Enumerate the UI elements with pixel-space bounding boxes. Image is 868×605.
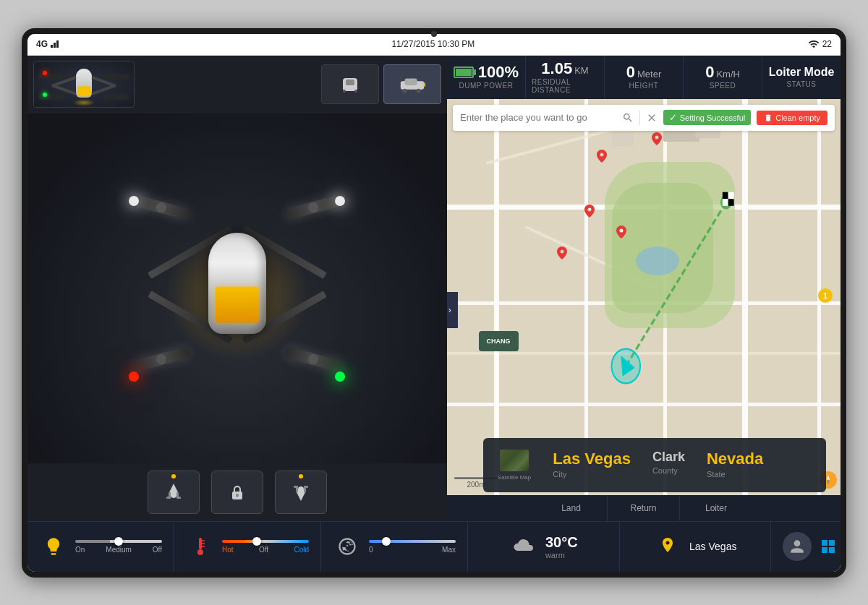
weather-info: 30°C warm xyxy=(545,534,578,559)
state-name: Nevada xyxy=(707,450,763,468)
fan-icon xyxy=(337,536,357,557)
map-search-input[interactable] xyxy=(460,112,616,123)
land-icon xyxy=(289,481,312,504)
marker1 xyxy=(597,150,607,166)
return-tab[interactable]: Return xyxy=(608,495,680,521)
height-row: 0 Meter xyxy=(626,64,661,80)
temp-off: Off xyxy=(259,546,268,554)
prop-front-left xyxy=(132,194,190,220)
speed-stat: 0 Km/H Speed xyxy=(684,56,762,99)
takeoff-icon xyxy=(162,481,185,504)
trash-icon xyxy=(764,113,773,122)
search-icon[interactable] xyxy=(622,112,634,124)
svg-rect-22 xyxy=(304,486,308,488)
map-area: CHANG xyxy=(447,99,841,521)
close-icon[interactable] xyxy=(646,112,658,124)
drone-controls xyxy=(27,463,447,521)
bar2 xyxy=(54,43,56,48)
temp-labels: Hot Off Cold xyxy=(222,546,309,554)
fan-btn[interactable] xyxy=(333,532,362,561)
drone-body-accent xyxy=(216,286,259,322)
fan-track[interactable] xyxy=(369,540,456,543)
front-view-icon xyxy=(336,74,365,95)
stats-bar: 100% Dump Power 1.05 KM Residual Distanc… xyxy=(447,56,841,99)
prop-back-right xyxy=(284,346,342,372)
brightness-track[interactable] xyxy=(75,540,162,543)
drone-main-view xyxy=(27,113,447,463)
land-btn[interactable] xyxy=(275,471,327,514)
temp-section: Hot Off Cold xyxy=(174,522,321,572)
svg-rect-5 xyxy=(405,78,417,85)
lock-btn[interactable] xyxy=(211,471,263,514)
view-buttons xyxy=(321,64,441,104)
scale-label: 200m xyxy=(467,481,485,489)
mode-stat: Loiter Mode Status xyxy=(762,56,841,99)
distance-stat: 1.05 KM Residual Distance xyxy=(526,56,605,99)
land-tab[interactable]: Land xyxy=(535,495,608,521)
satellite-label: Satellite Map xyxy=(498,474,531,481)
status-right: 22 xyxy=(808,38,832,50)
windows-section xyxy=(823,522,841,572)
car-side-icon xyxy=(398,75,427,94)
side-view-icon xyxy=(398,74,427,95)
mode-value: Loiter Mode xyxy=(769,66,835,79)
brightness-on: On xyxy=(75,546,85,554)
svg-marker-34 xyxy=(827,480,830,485)
fan-max: Max xyxy=(442,546,456,554)
takeoff-svg xyxy=(163,482,184,502)
lock-svg xyxy=(228,483,247,502)
clean-empty-btn[interactable]: Clean empty xyxy=(757,111,827,125)
light-btn[interactable] xyxy=(39,532,68,561)
temp-track[interactable] xyxy=(222,540,309,543)
svg-point-7 xyxy=(417,88,421,93)
fan-slider: 0 Max xyxy=(369,540,456,554)
height-unit: Meter xyxy=(637,69,661,80)
fan-labels: 0 Max xyxy=(369,546,456,554)
loiter-tab[interactable]: Loiter xyxy=(680,495,752,521)
road-h3 xyxy=(447,403,841,406)
brightness-off: Off xyxy=(153,546,162,554)
svg-rect-35 xyxy=(199,538,202,549)
svg-point-32 xyxy=(619,228,623,232)
temp-slider: Hot Off Cold xyxy=(222,540,309,554)
state-type: State xyxy=(707,470,763,479)
success-text: Setting Successful xyxy=(680,113,746,122)
speed-label: Speed xyxy=(710,82,736,90)
return-tab-label: Return xyxy=(630,503,656,513)
user-icon xyxy=(788,537,807,556)
brightness-thumb[interactable] xyxy=(114,537,123,546)
right-panel: 100% Dump Power 1.05 KM Residual Distanc… xyxy=(447,56,841,521)
marker3 xyxy=(584,205,595,220)
takeoff-btn[interactable] xyxy=(148,471,200,514)
svg-rect-13 xyxy=(176,497,181,499)
side-view-btn[interactable] xyxy=(383,64,441,104)
left-top xyxy=(27,56,447,113)
loiter-tab-label: Loiter xyxy=(705,503,727,513)
front-view-btn[interactable] xyxy=(321,64,379,104)
panel-toggle[interactable]: ‹ › xyxy=(447,292,458,328)
location-pin-btn[interactable] xyxy=(653,532,682,561)
tablet-camera xyxy=(431,31,437,37)
light-back-right xyxy=(335,372,345,382)
clean-label: Clean empty xyxy=(775,113,820,122)
win-quad-1 xyxy=(822,540,827,546)
datetime: 11/27/2015 10:30 PM xyxy=(391,39,475,49)
land-tab-label: Land xyxy=(561,503,581,513)
svg-point-36 xyxy=(197,549,203,555)
county-type: County xyxy=(652,466,685,475)
prop-front-right xyxy=(284,194,342,220)
sat-map-image xyxy=(500,450,529,471)
bottom-toolbar: On Medium Off xyxy=(27,521,841,572)
temp-thumb[interactable] xyxy=(252,537,261,546)
fan-thumb[interactable] xyxy=(382,537,391,546)
brightness-slider: On Medium Off xyxy=(75,540,162,554)
cloud-icon xyxy=(512,536,535,557)
user-avatar[interactable] xyxy=(783,532,812,561)
bar3 xyxy=(56,40,59,48)
setting-success: ✓ Setting Successful xyxy=(663,110,752,125)
svg-rect-1 xyxy=(346,80,354,85)
road-h4 xyxy=(447,352,841,355)
land-svg xyxy=(291,482,311,502)
marker4 xyxy=(557,246,567,262)
toggle-arrow: ‹ › xyxy=(447,305,451,315)
